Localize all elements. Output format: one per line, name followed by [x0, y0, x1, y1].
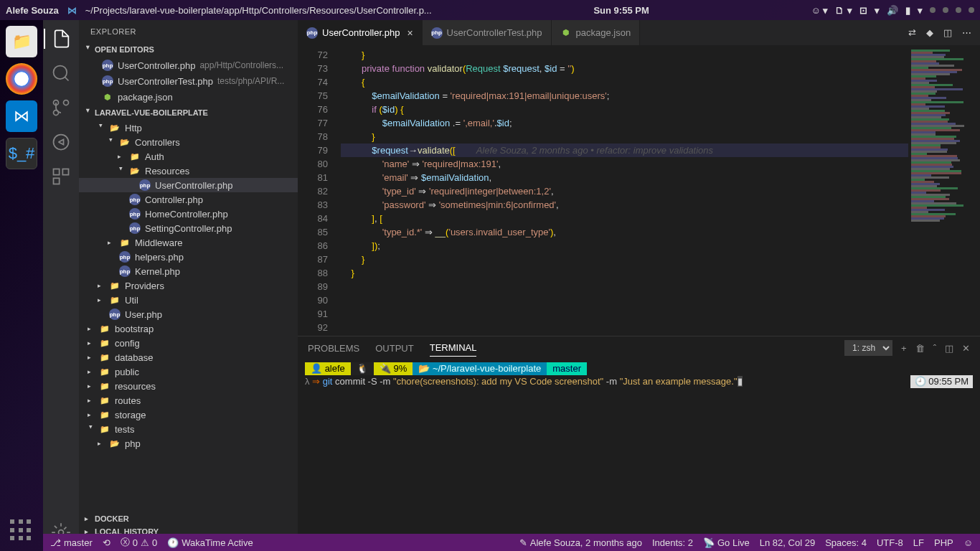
tray-icon[interactable]: ▾ — [918, 5, 923, 16]
tree-item[interactable]: ▸📁database — [79, 350, 298, 364]
tree-item[interactable]: phpHomeController.php — [79, 207, 298, 221]
code-editor[interactable]: 7273747576777879808182838485868788899091… — [298, 45, 980, 336]
minimap[interactable] — [908, 45, 980, 336]
more-icon[interactable]: ⋯ — [962, 27, 971, 38]
editor-area: phpUserController.php×phpUserControllerT… — [298, 20, 980, 551]
tree-item[interactable]: ▸📂Resources — [79, 164, 298, 178]
status-feedback[interactable]: ☺ — [963, 537, 973, 548]
svg-rect-5 — [54, 169, 60, 175]
dock-vscode-icon[interactable]: ⋈ — [6, 100, 37, 132]
folder-open-icon: 📂 — [109, 122, 121, 133]
project-header[interactable]: LARAVEL-VUE-BOILERPLATE — [79, 106, 298, 119]
activity-explorer-icon[interactable] — [44, 29, 78, 49]
status-position[interactable]: Ln 82, Col 29 — [760, 537, 815, 548]
status-spaces[interactable]: Spaces: 4 — [825, 537, 867, 548]
status-eol[interactable]: LF — [913, 537, 924, 548]
php-file-icon: php — [119, 251, 131, 263]
dock-apps-icon[interactable] — [10, 519, 33, 542]
tree-item[interactable]: ▸📁Providers — [79, 278, 298, 293]
php-file-icon: php — [129, 222, 141, 234]
vscode-menu-icon[interactable]: ⋈ — [67, 5, 77, 16]
tray-icon[interactable]: ☺ ▾ — [811, 5, 828, 16]
tray-icon[interactable]: ▮ — [905, 5, 910, 16]
tree-item[interactable]: phpKernel.php — [79, 264, 298, 278]
tree-item[interactable]: ▸📁resources — [79, 379, 298, 393]
activity-extensions-icon[interactable] — [51, 166, 71, 187]
tree-item[interactable]: ▸📁bootstrap — [79, 321, 298, 336]
file-icon: php — [306, 27, 318, 39]
tree-item[interactable]: phpUser.php — [79, 307, 298, 321]
dock-chrome-icon[interactable] — [6, 63, 37, 95]
dock-files-icon[interactable]: 📁 — [6, 26, 37, 57]
dock-terminal-icon[interactable]: $_# — [6, 138, 37, 169]
tree-item[interactable]: ▸📁public — [79, 364, 298, 379]
panel-tab-output[interactable]: OUTPUT — [375, 340, 413, 357]
svg-point-1 — [64, 100, 69, 105]
status-wakatime[interactable]: 🕐 WakaTime Active — [167, 537, 253, 548]
split-icon[interactable]: ◫ — [943, 27, 952, 38]
tree-item[interactable]: ▸📂Controllers — [79, 135, 298, 149]
open-editor-item[interactable]: phpUserControllerTest.php tests/php/API/… — [79, 73, 298, 89]
activity-git-icon[interactable] — [51, 98, 71, 118]
close-icon[interactable]: × — [407, 27, 413, 39]
status-sync[interactable]: ⟲ — [103, 537, 110, 548]
terminal-kill-icon[interactable]: 🗑 — [915, 343, 925, 354]
tree-item[interactable]: phpController.php — [79, 192, 298, 207]
chevron-icon: ▸ — [118, 167, 125, 174]
terminal-up-icon[interactable]: ˆ — [933, 343, 936, 354]
open-editor-item[interactable]: phpUserController.php app/Http/Controlle… — [79, 57, 298, 73]
editor-tab[interactable]: phpUserControllerTest.php — [423, 20, 552, 45]
tray-icon[interactable]: ⊡ — [859, 5, 867, 16]
panel-tab-problems[interactable]: PROBLEMS — [308, 340, 359, 357]
file-icon: php — [431, 27, 443, 39]
tree-item[interactable]: phpSettingController.php — [79, 221, 298, 235]
status-blame[interactable]: ✎ Alefe Souza, 2 months ago — [519, 537, 642, 548]
tree-item[interactable]: ▸📂php — [79, 436, 298, 451]
panel-tab-terminal[interactable]: TERMINAL — [430, 339, 477, 357]
terminal-max-icon[interactable]: ◫ — [945, 343, 953, 354]
workspace-dot[interactable] — [969, 7, 974, 13]
status-errors[interactable]: ⓧ 0 ⚠ 0 — [121, 536, 157, 549]
tree-item[interactable]: ▸📁Auth — [79, 149, 298, 164]
activity-debug-icon[interactable] — [51, 132, 71, 152]
open-editor-item[interactable]: ⬢package.json — [79, 89, 298, 105]
tray-volume-icon[interactable]: 🔊 — [887, 5, 898, 16]
tree-item[interactable]: ▸📂Http — [79, 121, 298, 135]
activity-search-icon[interactable] — [51, 63, 71, 83]
compare-icon[interactable]: ⇄ — [908, 27, 916, 38]
chevron-icon: ▸ — [88, 339, 95, 347]
workspace-dot[interactable] — [956, 7, 961, 13]
docker-header[interactable]: DOCKER — [79, 512, 298, 525]
tree-item[interactable]: phpUserController.php — [79, 178, 298, 192]
tree-item[interactable]: phphelpers.php — [79, 250, 298, 264]
file-icon: ⬢ — [102, 91, 113, 103]
status-language[interactable]: PHP — [934, 537, 953, 548]
open-editors-header[interactable]: OPEN EDITORS — [79, 43, 298, 56]
editor-tab[interactable]: ⬢package.json — [552, 20, 641, 45]
workspace-dot[interactable] — [943, 7, 948, 13]
terminal-close-icon[interactable]: ✕ — [962, 343, 970, 354]
status-branch[interactable]: ⎇ master — [50, 537, 93, 548]
ubuntu-dock: 📁 ⋈ $_# — [0, 20, 43, 551]
tree-item[interactable]: ▸📁storage — [79, 408, 298, 422]
status-indents[interactable]: Indents: 2 — [652, 537, 693, 548]
tree-item[interactable]: ▸📁Middleware — [79, 235, 298, 250]
file-icon: php — [102, 75, 113, 87]
tree-item[interactable]: ▸📁config — [79, 336, 298, 350]
tree-item[interactable]: ▸📁routes — [79, 393, 298, 408]
tree-item[interactable]: ▸📁Util — [79, 293, 298, 307]
editor-tab[interactable]: phpUserController.php× — [298, 20, 423, 45]
folder-icon: 📁 — [99, 366, 110, 377]
terminal-new-icon[interactable]: + — [901, 343, 907, 354]
terminal-select[interactable]: 1: zsh — [844, 340, 892, 356]
tray-icon[interactable]: 🗋 ▾ — [835, 5, 852, 16]
status-encoding[interactable]: UTF-8 — [877, 537, 903, 548]
tree-item[interactable]: ▸📁tests — [79, 422, 298, 436]
diff-icon[interactable]: ◆ — [926, 27, 933, 38]
status-golive[interactable]: 📡 Go Live — [703, 537, 750, 548]
file-icon: php — [102, 60, 113, 71]
workspace-dot[interactable] — [930, 7, 936, 13]
explorer-sidebar: EXPLORER OPEN EDITORS phpUserController.… — [79, 20, 298, 551]
terminal[interactable]: 👤 alefe🐧🔌 9%📂 ~/P/laravel-vue-boilerplat… — [298, 359, 980, 551]
tray-wifi-icon[interactable]: ▾ — [875, 5, 880, 16]
